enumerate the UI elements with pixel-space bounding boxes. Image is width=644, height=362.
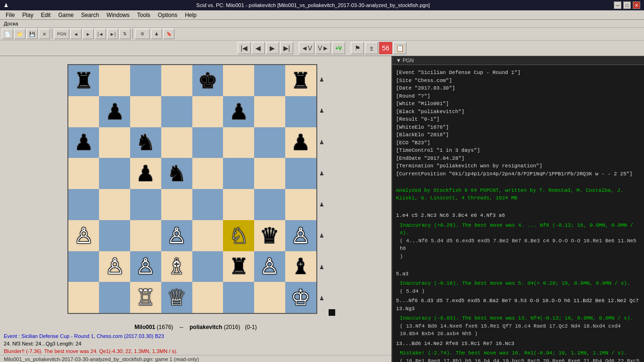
square-g3[interactable]: ♛: [254, 220, 285, 251]
tb-open-btn[interactable]: 📁: [14, 29, 25, 39]
square-h2[interactable]: ♝: [285, 251, 316, 282]
nav-last-button[interactable]: ▶|: [280, 42, 293, 54]
square-a7[interactable]: [68, 96, 99, 127]
square-h1[interactable]: ♔: [285, 282, 316, 313]
square-d8[interactable]: [161, 65, 192, 96]
tb-flip-btn[interactable]: ⇅: [119, 29, 131, 39]
menu-options[interactable]: Options: [154, 11, 181, 19]
square-e6[interactable]: [192, 127, 223, 158]
nav-nag-button[interactable]: ±: [365, 42, 378, 54]
square-e2[interactable]: [192, 251, 223, 282]
square-b8[interactable]: [99, 65, 130, 96]
square-a3[interactable]: ♙: [68, 220, 99, 251]
tb-stockfish-btn[interactable]: ♟: [151, 29, 162, 39]
nav-next-button[interactable]: ▶: [266, 42, 279, 54]
square-c2[interactable]: ♙: [130, 251, 161, 282]
square-g7[interactable]: [254, 96, 285, 127]
nav-prev-button[interactable]: ◀: [252, 42, 265, 54]
square-c1[interactable]: ♖: [130, 282, 161, 313]
menu-tools[interactable]: Tools: [133, 11, 154, 19]
square-b6[interactable]: [99, 127, 130, 158]
square-d7[interactable]: [161, 96, 192, 127]
tb-save-btn[interactable]: 💾: [26, 29, 38, 39]
square-b1[interactable]: [99, 282, 130, 313]
pgn-content[interactable]: [Event "Sicilian Defense Cup - Round 1"]…: [392, 65, 644, 362]
square-e4[interactable]: [192, 189, 223, 220]
square-f7[interactable]: ♟: [223, 96, 254, 127]
square-e3[interactable]: [192, 220, 223, 251]
tb-close-btn[interactable]: ✕: [39, 29, 50, 39]
tb-next-btn[interactable]: ►: [83, 29, 94, 39]
square-c6[interactable]: ♞: [130, 127, 161, 158]
square-a2[interactable]: [68, 251, 99, 282]
menu-game[interactable]: Game: [54, 11, 77, 19]
square-a4[interactable]: [68, 189, 99, 220]
square-d4[interactable]: [161, 189, 192, 220]
square-e1[interactable]: [192, 282, 223, 313]
square-h8[interactable]: ♜: [285, 65, 316, 96]
square-e5[interactable]: [192, 158, 223, 189]
square-a5[interactable]: [68, 158, 99, 189]
square-h3[interactable]: ♙: [285, 220, 316, 251]
square-f2[interactable]: ♜: [223, 251, 254, 282]
square-f6[interactable]: [223, 127, 254, 158]
square-d5[interactable]: ♞: [161, 158, 192, 189]
square-h5[interactable]: [285, 158, 316, 189]
square-f3[interactable]: ♘: [223, 220, 254, 251]
square-e8[interactable]: ♚: [192, 65, 223, 96]
square-g1[interactable]: [254, 282, 285, 313]
tb-bookmark-btn[interactable]: 🔖: [163, 29, 174, 39]
square-g4[interactable]: [254, 189, 285, 220]
square-c7[interactable]: [130, 96, 161, 127]
square-f8[interactable]: [223, 65, 254, 96]
square-b3[interactable]: [99, 220, 130, 251]
square-f4[interactable]: [223, 189, 254, 220]
square-g8[interactable]: [254, 65, 285, 96]
square-d2[interactable]: ♗: [161, 251, 192, 282]
square-b2[interactable]: ♙: [99, 251, 130, 282]
menu-file[interactable]: File: [2, 11, 18, 19]
square-d6[interactable]: [161, 127, 192, 158]
square-c3[interactable]: [130, 220, 161, 251]
tb-prev-btn[interactable]: ◄: [70, 29, 82, 39]
square-b5[interactable]: [99, 158, 130, 189]
chess-board[interactable]: ♜ ♚ ♜ ♟: [67, 64, 317, 314]
menu-windows[interactable]: Windows: [103, 11, 133, 19]
tb-start-btn[interactable]: |◄: [95, 29, 106, 39]
square-g2[interactable]: ♙: [254, 251, 285, 282]
nav-score-button[interactable]: 56: [379, 42, 392, 54]
square-c8[interactable]: [130, 65, 161, 96]
square-b7[interactable]: ♟: [99, 96, 130, 127]
close-button[interactable]: ✕: [633, 1, 640, 9]
tb-pgn-btn[interactable]: PGN: [54, 29, 69, 39]
square-a8[interactable]: ♜: [68, 65, 99, 96]
menu-search[interactable]: Search: [77, 11, 103, 19]
tb-new-btn[interactable]: 📄: [2, 29, 13, 39]
nav-first-button[interactable]: |◀: [238, 42, 251, 54]
square-b4[interactable]: [99, 189, 130, 220]
square-a6[interactable]: ♟: [68, 127, 99, 158]
nav-flag-button[interactable]: ⚑: [351, 42, 364, 54]
nav-copy-button[interactable]: 📋: [393, 42, 406, 54]
square-h6[interactable]: ♟: [285, 127, 316, 158]
maximize-button[interactable]: □: [623, 1, 631, 9]
square-g5[interactable]: [254, 158, 285, 189]
menu-help[interactable]: Help: [181, 11, 200, 19]
square-h4[interactable]: [285, 189, 316, 220]
tb-analysis-btn[interactable]: ⚙: [135, 29, 150, 39]
square-f1[interactable]: [223, 282, 254, 313]
square-d3[interactable]: ♙: [161, 220, 192, 251]
square-e7[interactable]: [192, 96, 223, 127]
nav-prev-var-button[interactable]: ◄V: [299, 42, 314, 54]
tb-end-btn[interactable]: ►|: [107, 29, 118, 39]
nav-next-var-button[interactable]: V►: [315, 42, 331, 54]
nav-plus-v-button[interactable]: +V: [332, 42, 345, 54]
square-d1[interactable]: ♕: [161, 282, 192, 313]
square-c5[interactable]: ♟: [130, 158, 161, 189]
square-h7[interactable]: [285, 96, 316, 127]
square-f5[interactable]: [223, 158, 254, 189]
square-a1[interactable]: [68, 282, 99, 313]
menu-play[interactable]: Play: [18, 11, 37, 19]
square-c4[interactable]: [130, 189, 161, 220]
menu-edit[interactable]: Edit: [37, 11, 55, 19]
